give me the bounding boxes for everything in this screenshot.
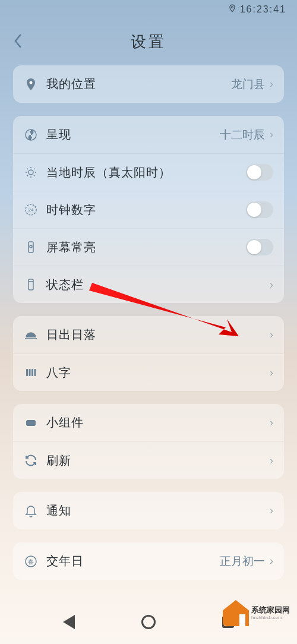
svg-text:24: 24 [29,207,34,213]
settings-content: 我的位置 龙门县 › 呈现 十二时辰 › 当地时辰（真太阳时） 24 时钟数字 … [13,65,284,593]
row-sunrise-sunset[interactable]: 日出日落 › [13,316,284,353]
row-label: 我的位置 [46,76,231,92]
chevron-right-icon: › [270,555,273,567]
row-label: 呈现 [46,127,220,143]
toggle-clock-digits[interactable] [246,201,273,218]
chevron-right-icon: › [270,128,273,141]
row-label: 交年日 [46,553,220,569]
widget-icon [24,416,38,430]
chevron-right-icon: › [270,78,273,90]
chevron-right-icon: › [270,454,273,467]
bazi-icon [24,365,38,380]
settings-group: 春 交年日 正月初一 › [13,542,284,580]
header: 设置 [0,24,297,59]
svg-point-1 [30,81,33,84]
row-my-location[interactable]: 我的位置 龙门县 › [13,65,284,103]
row-bazi[interactable]: 八字 › [13,353,284,391]
statusbar-icon [24,277,38,292]
row-notifications[interactable]: 通知 › [13,492,284,529]
svg-rect-16 [34,369,36,376]
status-time: 16:23:41 [240,4,286,15]
svg-point-5 [29,170,33,175]
svg-rect-10 [29,279,33,290]
row-keep-screen-on: 屏幕常亮 [13,228,284,266]
row-new-year-day[interactable]: 春 交年日 正月初一 › [13,542,284,580]
settings-group: 小组件 › 刷新 › [13,404,284,479]
chevron-right-icon: › [270,504,273,517]
row-label: 通知 [46,503,270,519]
watermark-url: hnzkhbsb.com [251,615,290,621]
svg-rect-15 [31,369,33,376]
row-label: 刷新 [46,453,270,469]
svg-rect-17 [26,420,36,426]
row-label: 当地时辰（真太阳时） [46,165,246,181]
chevron-right-icon: › [270,329,273,341]
clock24-icon: 24 [24,203,38,217]
row-widget[interactable]: 小组件 › [13,404,284,441]
toggle-keep-screen-on[interactable] [246,239,273,255]
back-button[interactable] [13,33,23,52]
settings-group: 呈现 十二时辰 › 当地时辰（真太阳时） 24 时钟数字 屏幕常亮 状态栏 › [13,116,284,303]
svg-rect-13 [26,369,28,376]
svg-point-3 [30,131,31,132]
settings-group: 我的位置 龙门县 › [13,65,284,103]
svg-point-9 [30,245,32,248]
refresh-icon [24,453,38,468]
page-title: 设置 [131,31,166,52]
row-label: 小组件 [46,415,270,431]
row-local-solar-time: 当地时辰（真太阳时） [13,153,284,191]
nav-back-button[interactable] [63,615,75,629]
svg-rect-14 [29,369,31,376]
row-value: 龙门县 [231,77,265,92]
sunrise-icon [24,328,38,342]
svg-point-0 [231,7,233,8]
location-status-icon [228,4,236,15]
settings-group: 日出日落 › 八字 › [13,316,284,391]
row-label: 状态栏 [46,277,270,293]
row-value: 十二时辰 [220,127,265,143]
nav-home-button[interactable] [141,615,156,629]
row-refresh[interactable]: 刷新 › [13,441,284,479]
yinyang-icon [24,128,38,142]
svg-point-4 [30,137,31,138]
settings-group: 通知 › [13,492,284,529]
status-bar: 16:23:41 [0,0,297,19]
watermark: 系统家园网 hnzkhbsb.com [223,595,297,631]
chevron-right-icon: › [270,279,273,291]
location-pin-icon [24,77,38,91]
watermark-logo-icon [223,600,249,626]
spring-icon: 春 [24,554,38,569]
svg-text:春: 春 [28,558,34,565]
row-label: 日出日落 [46,327,270,343]
chevron-right-icon: › [270,416,273,429]
row-status-bar-setting[interactable]: 状态栏 › [13,266,284,303]
svg-rect-8 [29,242,33,252]
watermark-text: 系统家园网 [251,605,290,615]
row-label: 八字 [46,365,270,381]
chevron-right-icon: › [270,367,273,379]
row-label: 时钟数字 [46,202,246,218]
toggle-local-solar-time[interactable] [246,164,273,181]
row-label: 屏幕常亮 [46,239,246,255]
sun-icon [24,165,38,179]
row-clock-digits: 24 时钟数字 [13,191,284,228]
row-presentation[interactable]: 呈现 十二时辰 › [13,116,284,153]
bell-icon [24,504,38,518]
row-value: 正月初一 [220,554,265,569]
phone-bright-icon [24,240,38,254]
